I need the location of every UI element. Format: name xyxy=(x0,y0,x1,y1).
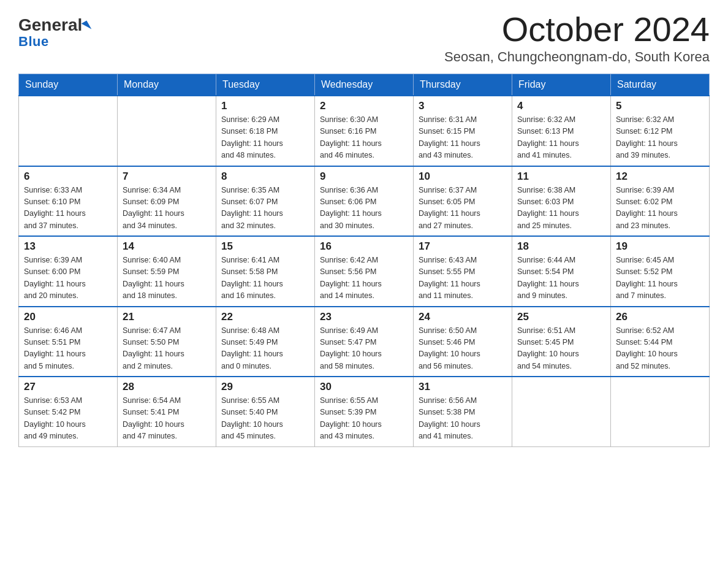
day-info: Sunrise: 6:46 AMSunset: 5:51 PMDaylight:… xyxy=(24,325,112,373)
day-number: 11 xyxy=(517,170,605,183)
calendar-cell: 26Sunrise: 6:52 AMSunset: 5:44 PMDayligh… xyxy=(611,307,710,377)
calendar-cell: 25Sunrise: 6:51 AMSunset: 5:45 PMDayligh… xyxy=(512,307,611,377)
calendar-cell: 6Sunrise: 6:33 AMSunset: 6:10 PMDaylight… xyxy=(19,166,118,237)
day-info: Sunrise: 6:54 AMSunset: 5:41 PMDaylight:… xyxy=(123,395,211,443)
calendar-cell: 31Sunrise: 6:56 AMSunset: 5:38 PMDayligh… xyxy=(414,377,512,446)
calendar-cell: 27Sunrise: 6:53 AMSunset: 5:42 PMDayligh… xyxy=(19,377,118,446)
day-info: Sunrise: 6:51 AMSunset: 5:45 PMDaylight:… xyxy=(517,325,605,373)
location-subtitle: Seosan, Chungcheongnam-do, South Korea xyxy=(444,49,710,65)
weekday-header-monday: Monday xyxy=(118,74,216,96)
day-number: 22 xyxy=(221,311,309,323)
day-number: 21 xyxy=(123,311,211,323)
calendar-cell: 2Sunrise: 6:30 AMSunset: 6:16 PMDaylight… xyxy=(315,96,414,166)
calendar-cell: 16Sunrise: 6:42 AMSunset: 5:56 PMDayligh… xyxy=(315,236,414,307)
logo-blue-text: Blue xyxy=(18,34,49,50)
day-number: 17 xyxy=(419,240,507,253)
logo: General Blue xyxy=(18,16,89,50)
day-number: 30 xyxy=(320,381,408,393)
calendar-cell: 30Sunrise: 6:55 AMSunset: 5:39 PMDayligh… xyxy=(315,377,414,446)
calendar-cell: 13Sunrise: 6:39 AMSunset: 6:00 PMDayligh… xyxy=(19,236,118,307)
day-info: Sunrise: 6:55 AMSunset: 5:39 PMDaylight:… xyxy=(320,395,408,443)
day-info: Sunrise: 6:39 AMSunset: 6:02 PMDaylight:… xyxy=(616,185,704,232)
day-number: 10 xyxy=(419,170,507,183)
page-header: General Blue October 2024 Seosan, Chungc… xyxy=(18,12,710,71)
day-info: Sunrise: 6:52 AMSunset: 5:44 PMDaylight:… xyxy=(616,325,704,373)
day-info: Sunrise: 6:33 AMSunset: 6:10 PMDaylight:… xyxy=(24,185,112,232)
day-number: 2 xyxy=(320,100,408,112)
day-info: Sunrise: 6:49 AMSunset: 5:47 PMDaylight:… xyxy=(320,325,408,373)
day-number: 3 xyxy=(419,100,507,112)
day-info: Sunrise: 6:55 AMSunset: 5:40 PMDaylight:… xyxy=(221,395,309,443)
day-info: Sunrise: 6:50 AMSunset: 5:46 PMDaylight:… xyxy=(419,325,507,373)
day-number: 5 xyxy=(616,100,704,112)
day-number: 23 xyxy=(320,311,408,323)
day-info: Sunrise: 6:39 AMSunset: 6:00 PMDaylight:… xyxy=(24,255,112,302)
calendar-cell: 29Sunrise: 6:55 AMSunset: 5:40 PMDayligh… xyxy=(216,377,315,446)
day-number: 15 xyxy=(221,240,309,253)
day-number: 19 xyxy=(616,240,704,253)
day-number: 14 xyxy=(123,240,211,253)
calendar-cell xyxy=(512,377,611,446)
day-number: 9 xyxy=(320,170,408,183)
day-info: Sunrise: 6:31 AMSunset: 6:15 PMDaylight:… xyxy=(419,114,507,162)
weekday-header-tuesday: Tuesday xyxy=(216,74,315,96)
calendar-cell: 4Sunrise: 6:32 AMSunset: 6:13 PMDaylight… xyxy=(512,96,611,166)
calendar-cell: 22Sunrise: 6:48 AMSunset: 5:49 PMDayligh… xyxy=(216,307,315,377)
day-info: Sunrise: 6:34 AMSunset: 6:09 PMDaylight:… xyxy=(123,185,211,232)
logo-arrow-icon xyxy=(82,20,92,32)
calendar-cell: 15Sunrise: 6:41 AMSunset: 5:58 PMDayligh… xyxy=(216,236,315,307)
day-number: 16 xyxy=(320,240,408,253)
calendar-cell: 5Sunrise: 6:32 AMSunset: 6:12 PMDaylight… xyxy=(611,96,710,166)
day-number: 24 xyxy=(419,311,507,323)
day-info: Sunrise: 6:43 AMSunset: 5:55 PMDaylight:… xyxy=(419,255,507,302)
day-number: 12 xyxy=(616,170,704,183)
day-info: Sunrise: 6:40 AMSunset: 5:59 PMDaylight:… xyxy=(123,255,211,302)
calendar-cell: 10Sunrise: 6:37 AMSunset: 6:05 PMDayligh… xyxy=(414,166,512,237)
calendar-cell xyxy=(19,96,118,166)
day-info: Sunrise: 6:36 AMSunset: 6:06 PMDaylight:… xyxy=(320,185,408,232)
day-info: Sunrise: 6:53 AMSunset: 5:42 PMDaylight:… xyxy=(24,395,112,443)
day-number: 27 xyxy=(24,381,112,393)
weekday-header-thursday: Thursday xyxy=(414,74,512,96)
day-info: Sunrise: 6:38 AMSunset: 6:03 PMDaylight:… xyxy=(517,185,605,232)
weekday-header-friday: Friday xyxy=(512,74,611,96)
day-info: Sunrise: 6:41 AMSunset: 5:58 PMDaylight:… xyxy=(221,255,309,302)
day-number: 7 xyxy=(123,170,211,183)
calendar-cell: 21Sunrise: 6:47 AMSunset: 5:50 PMDayligh… xyxy=(118,307,216,377)
day-info: Sunrise: 6:45 AMSunset: 5:52 PMDaylight:… xyxy=(616,255,704,302)
day-number: 1 xyxy=(221,100,309,112)
week-row-5: 27Sunrise: 6:53 AMSunset: 5:42 PMDayligh… xyxy=(19,377,710,446)
day-info: Sunrise: 6:42 AMSunset: 5:56 PMDaylight:… xyxy=(320,255,408,302)
day-number: 13 xyxy=(24,240,112,253)
week-row-1: 1Sunrise: 6:29 AMSunset: 6:18 PMDaylight… xyxy=(19,96,710,166)
day-info: Sunrise: 6:56 AMSunset: 5:38 PMDaylight:… xyxy=(419,395,507,443)
day-info: Sunrise: 6:48 AMSunset: 5:49 PMDaylight:… xyxy=(221,325,309,373)
day-info: Sunrise: 6:32 AMSunset: 6:13 PMDaylight:… xyxy=(517,114,605,162)
calendar-cell: 24Sunrise: 6:50 AMSunset: 5:46 PMDayligh… xyxy=(414,307,512,377)
calendar-cell: 19Sunrise: 6:45 AMSunset: 5:52 PMDayligh… xyxy=(611,236,710,307)
day-info: Sunrise: 6:37 AMSunset: 6:05 PMDaylight:… xyxy=(419,185,507,232)
day-number: 25 xyxy=(517,311,605,323)
day-info: Sunrise: 6:30 AMSunset: 6:16 PMDaylight:… xyxy=(320,114,408,162)
calendar-cell: 14Sunrise: 6:40 AMSunset: 5:59 PMDayligh… xyxy=(118,236,216,307)
day-number: 18 xyxy=(517,240,605,253)
calendar-table: SundayMondayTuesdayWednesdayThursdayFrid… xyxy=(18,74,710,447)
logo-general-text: General xyxy=(18,16,89,35)
day-number: 31 xyxy=(419,381,507,393)
day-info: Sunrise: 6:44 AMSunset: 5:54 PMDaylight:… xyxy=(517,255,605,302)
calendar-cell: 12Sunrise: 6:39 AMSunset: 6:02 PMDayligh… xyxy=(611,166,710,237)
calendar-cell: 8Sunrise: 6:35 AMSunset: 6:07 PMDaylight… xyxy=(216,166,315,237)
day-number: 8 xyxy=(221,170,309,183)
calendar-cell: 1Sunrise: 6:29 AMSunset: 6:18 PMDaylight… xyxy=(216,96,315,166)
calendar-cell: 3Sunrise: 6:31 AMSunset: 6:15 PMDaylight… xyxy=(414,96,512,166)
week-row-2: 6Sunrise: 6:33 AMSunset: 6:10 PMDaylight… xyxy=(19,166,710,237)
day-info: Sunrise: 6:29 AMSunset: 6:18 PMDaylight:… xyxy=(221,114,309,162)
day-info: Sunrise: 6:32 AMSunset: 6:12 PMDaylight:… xyxy=(616,114,704,162)
calendar-cell: 7Sunrise: 6:34 AMSunset: 6:09 PMDaylight… xyxy=(118,166,216,237)
day-number: 6 xyxy=(24,170,112,183)
calendar-cell: 17Sunrise: 6:43 AMSunset: 5:55 PMDayligh… xyxy=(414,236,512,307)
calendar-cell: 23Sunrise: 6:49 AMSunset: 5:47 PMDayligh… xyxy=(315,307,414,377)
day-number: 26 xyxy=(616,311,704,323)
calendar-cell: 11Sunrise: 6:38 AMSunset: 6:03 PMDayligh… xyxy=(512,166,611,237)
weekday-header-sunday: Sunday xyxy=(19,74,118,96)
